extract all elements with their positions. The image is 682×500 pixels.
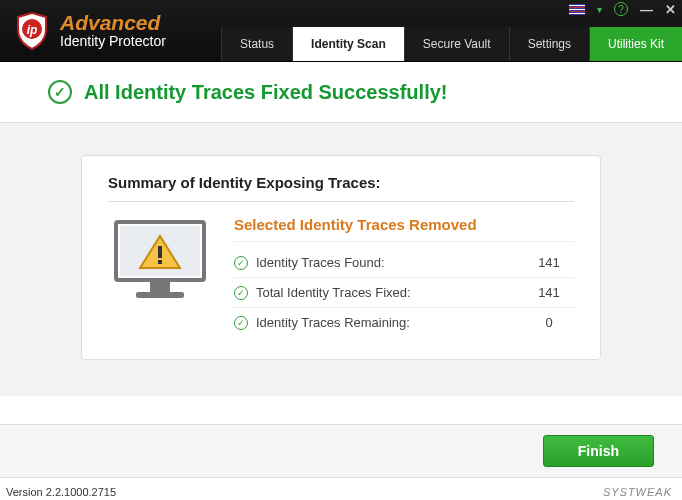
main-tabs: Status Identity Scan Secure Vault Settin… <box>221 27 682 61</box>
svg-rect-13 <box>158 260 162 264</box>
tab-identity-scan[interactable]: Identity Scan <box>292 27 404 61</box>
svg-rect-6 <box>569 11 585 12</box>
summary-title: Summary of Identity Exposing Traces: <box>108 174 574 202</box>
removed-heading: Selected Identity Traces Removed <box>234 216 574 242</box>
stats: Selected Identity Traces Removed ✓ Ident… <box>234 216 574 337</box>
remain-value: 0 <box>524 315 574 330</box>
svg-rect-10 <box>150 282 170 292</box>
found-value: 141 <box>524 255 574 270</box>
language-chevron-icon[interactable]: ▾ <box>597 4 602 15</box>
title-bar: ip Advanced Identity Protector ▾ ? — ✕ S… <box>0 0 682 62</box>
help-icon[interactable]: ? <box>614 2 628 16</box>
finish-button[interactable]: Finish <box>543 435 654 467</box>
content-area: Summary of Identity Exposing Traces: Sel… <box>0 123 682 396</box>
row-fixed: ✓ Total Identity Traces Fixed: 141 <box>234 278 574 308</box>
found-label: Identity Traces Found: <box>256 255 524 270</box>
tab-utilities-kit[interactable]: Utilities Kit <box>589 27 682 61</box>
brand: ip Advanced Identity Protector <box>0 11 166 51</box>
bottom-bar: Finish <box>0 424 682 478</box>
svg-rect-3 <box>569 5 585 6</box>
tab-secure-vault[interactable]: Secure Vault <box>404 27 509 61</box>
summary-card: Summary of Identity Exposing Traces: Sel… <box>81 155 601 360</box>
success-banner: ✓ All Identity Traces Fixed Successfully… <box>0 62 682 123</box>
minimize-icon[interactable]: — <box>640 2 653 17</box>
check-circle-icon: ✓ <box>48 80 72 104</box>
watermark: SYSTWEAK <box>603 486 672 498</box>
check-icon: ✓ <box>234 256 248 270</box>
window-controls: ▾ ? — ✕ <box>569 0 676 18</box>
monitor-warning-icon <box>108 216 212 312</box>
check-icon: ✓ <box>234 316 248 330</box>
svg-rect-5 <box>569 9 585 10</box>
remain-label: Identity Traces Remaining: <box>256 315 524 330</box>
success-message: All Identity Traces Fixed Successfully! <box>84 81 447 104</box>
app-name: Advanced <box>60 12 166 34</box>
row-remaining: ✓ Identity Traces Remaining: 0 <box>234 308 574 337</box>
row-found: ✓ Identity Traces Found: 141 <box>234 248 574 278</box>
tab-status[interactable]: Status <box>221 27 292 61</box>
check-icon: ✓ <box>234 286 248 300</box>
fixed-value: 141 <box>524 285 574 300</box>
svg-rect-7 <box>569 13 585 14</box>
flag-icon[interactable] <box>569 4 585 15</box>
app-subtitle: Identity Protector <box>60 34 166 49</box>
svg-text:ip: ip <box>27 23 38 37</box>
svg-rect-11 <box>136 292 184 298</box>
app-logo-icon: ip <box>12 11 52 51</box>
tab-settings[interactable]: Settings <box>509 27 589 61</box>
version-label: Version 2.2.1000.2715 <box>6 486 116 498</box>
close-icon[interactable]: ✕ <box>665 2 676 17</box>
svg-rect-12 <box>158 246 162 258</box>
svg-rect-4 <box>569 7 585 8</box>
fixed-label: Total Identity Traces Fixed: <box>256 285 524 300</box>
